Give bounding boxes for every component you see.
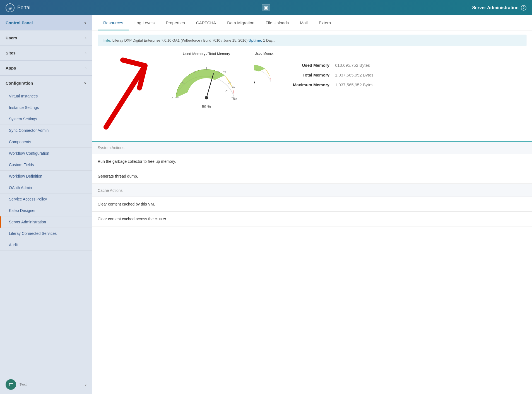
sidebar-item-kaleo-designer[interactable]: Kaleo Designer [0,205,92,216]
sidebar-item-workflow-configuration[interactable]: Workflow Configuration [0,148,92,159]
help-icon[interactable]: ? [521,5,526,11]
content-area: Resources Log Levels Properties CAPTCHA … [92,15,532,394]
user-name: Test [20,382,27,387]
sidebar-item-sites[interactable]: Sites › [0,46,92,60]
system-actions-header: System Actions [92,141,532,154]
svg-line-0 [106,66,145,127]
svg-text:75: 75 [223,71,226,74]
sidebar-user-section[interactable]: TT Test › [0,375,92,394]
memory-row-total: Total Memory 1,037,565,952 Bytes [293,73,385,77]
logo-icon: ◎ [6,3,15,12]
tabs-bar: Resources Log Levels Properties CAPTCHA … [92,15,532,30]
info-prefix: Info: [103,38,111,42]
app-name: Portal [17,5,30,11]
sidebar-item-configuration[interactable]: Configuration ∨ [0,76,92,90]
info-text: Liferay DXP Digital Enterprise 7.0.10 GA… [112,38,248,42]
sidebar-item-label: Apps [6,66,16,70]
sidebar-item-label: Configuration [6,81,33,85]
sidebar-item-apps[interactable]: Apps › [0,61,92,75]
sidebar-toggle-button[interactable]: ▣ [262,4,270,11]
sidebar-item-service-access-policy[interactable]: Service Access Policy [0,194,92,205]
sidebar-section-configuration: Configuration ∨ Virtual Instances Instan… [0,76,92,251]
annotation-arrow [98,52,159,135]
uptime-value: 1 Day... [263,38,275,42]
action-clear-vm-cache[interactable]: Clear content cached by this VM. [92,197,532,212]
memory-used-label: Used Memory [302,63,329,68]
topbar: ◎ Portal ▣ Server Administration ? [0,0,532,15]
tab-properties[interactable]: Properties [160,15,190,30]
avatar: TT [6,379,16,390]
svg-line-9 [225,90,227,91]
tab-log-levels[interactable]: Log Levels [129,15,160,30]
sidebar-item-sync-connector-admin[interactable]: Sync Connector Admin [0,125,92,136]
chevron-down-icon: ∨ [84,81,86,85]
sidebar-item-control-panel[interactable]: Control Panel ∨ [0,15,92,30]
tab-data-migration[interactable]: Data Migration [222,15,260,30]
sidebar-section-users: Users › [0,30,92,46]
app-logo[interactable]: ◎ Portal [6,3,30,12]
tab-file-uploads[interactable]: File Uploads [260,15,294,30]
memory-stats: Used Memory 613,695,752 Bytes Total Memo… [293,63,385,92]
sidebar-section-apps: Apps › [0,61,92,76]
info-bar: Info: Liferay DXP Digital Enterprise 7.0… [98,35,526,46]
gauge-memory: Used Memory / Total Memory [170,52,243,109]
sidebar-item-users[interactable]: Users › [0,30,92,45]
memory-max-value: 1,037,565,952 Bytes [335,82,385,87]
sidebar-item-label: Users [6,35,17,40]
gauge-title: Used Memory / Total Memory [183,52,230,56]
page-title: Server Administration [472,5,519,10]
action-clear-cluster-cache[interactable]: Clear content cached across the cluster. [92,212,532,226]
cache-actions-header: Cache Actions [92,184,532,197]
sidebar-item-label: Sites [6,51,16,55]
chevron-right-icon: › [85,51,86,55]
tab-captcha[interactable]: CAPTCHA [191,15,222,30]
chevron-right-icon: › [85,66,86,70]
memory-used-value: 613,695,752 Bytes [335,63,385,68]
sidebar-item-virtual-instances[interactable]: Virtual Instances [0,90,92,102]
uptime-label: Uptime: [249,38,262,42]
gauges-section: Used Memory / Total Memory [92,46,532,141]
sidebar-item-components[interactable]: Components [0,136,92,148]
sidebar-section-sites: Sites › [0,46,92,61]
chevron-right-icon: › [85,382,86,387]
gauge-title-2: Used Memo... [255,52,276,56]
gauge-percent: 59 % [202,104,211,109]
svg-text:100: 100 [233,98,237,101]
chevron-right-icon: › [85,36,86,40]
sidebar-item-audit[interactable]: Audit [0,239,92,251]
svg-point-15 [205,96,208,99]
svg-text:0: 0 [172,97,173,100]
tab-external[interactable]: Extern... [313,15,340,30]
sidebar-item-custom-fields[interactable]: Custom Fields [0,159,92,171]
sidebar-item-instance-settings[interactable]: Instance Settings [0,102,92,113]
topbar-right: Server Administration ? [472,5,526,11]
action-garbage-collector[interactable]: Run the garbage collector to free up mem… [92,154,532,169]
gauge-memory-2: Used Memo... 0 [254,52,276,86]
memory-total-label: Total Memory [302,73,329,77]
tab-resources[interactable]: Resources [98,15,129,30]
sidebar-item-system-settings[interactable]: System Settings [0,113,92,125]
svg-text:90: 90 [232,86,235,89]
topbar-center: ▣ [262,4,270,11]
sidebar-item-server-administration[interactable]: Server Administration [0,216,92,228]
sidebar-item-oauth-admin[interactable]: OAuth Admin [0,182,92,194]
memory-row-used: Used Memory 613,695,752 Bytes [293,63,385,68]
sidebar-section-control-panel: Control Panel ∨ [0,15,92,30]
sidebar-item-workflow-definition[interactable]: Workflow Definition [0,171,92,182]
sidebar-item-label: Control Panel [6,20,33,25]
tab-mail[interactable]: Mail [294,15,313,30]
memory-max-label: Maximum Memory [293,82,329,87]
sidebar: Control Panel ∨ Users › Sites › Apps › [0,15,92,394]
memory-total-value: 1,037,565,952 Bytes [335,73,385,77]
chevron-down-icon: ∨ [84,21,86,25]
memory-row-max: Maximum Memory 1,037,565,952 Bytes [293,82,385,87]
main-layout: Control Panel ∨ Users › Sites › Apps › [0,15,532,394]
sidebar-item-liferay-connected-services[interactable]: Liferay Connected Services [0,228,92,239]
action-thread-dump[interactable]: Generate thread dump. [92,169,532,184]
